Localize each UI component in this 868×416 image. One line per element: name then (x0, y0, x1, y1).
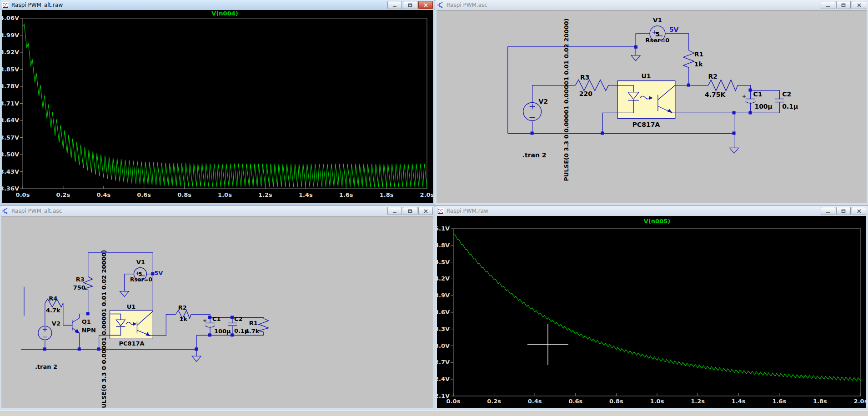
tran-directive: .tran 2 (35, 363, 57, 370)
minimize-button[interactable] (387, 1, 402, 9)
restore-button[interactable] (836, 207, 851, 215)
restore-button[interactable] (403, 207, 417, 215)
minimize-button[interactable] (821, 207, 835, 215)
r2-name-label: R2 (708, 73, 717, 80)
x-axis-tick-label: 1.0s (218, 191, 232, 198)
schematic-canvas-pwm-alt[interactable]: V1 5 Rser=0 5V R3 750 R4 4.7k (1, 216, 433, 408)
x-axis-tick-label: 0.6s (137, 191, 151, 198)
x-axis-tick-label: 1.0s (650, 398, 664, 405)
optocoupler-u1[interactable]: U1 PC817A (617, 72, 675, 129)
x-axis-tick-label: 0.8s (177, 191, 191, 198)
y-axis-tick-label: 3.85V (2, 66, 19, 73)
restore-icon (408, 209, 412, 213)
v1-name-label: V1 (653, 16, 662, 24)
plot-crosshair-cursor (527, 324, 568, 365)
schematic-window-icon (437, 2, 444, 8)
r2-name-label: R2 (178, 304, 187, 311)
minimize-button[interactable] (821, 1, 835, 9)
y-axis-tick-label: 3.43V (2, 168, 19, 175)
y-axis-tick-label: 3.36V (2, 185, 19, 192)
r3-value-label: 750 (73, 284, 85, 291)
y-axis-tick-label: 2.7V (437, 359, 450, 366)
resistor-r4[interactable]: R4 4.7k (45, 295, 63, 314)
voltage-source-v2[interactable]: V2 (38, 320, 60, 340)
titlebar[interactable]: Raspi PWM_alt.raw (0, 0, 435, 10)
c1-value-label: 100µ (214, 328, 231, 335)
y-axis-tick-label: 3.50V (2, 151, 19, 158)
x-axis-tick-label: 2.0s (854, 398, 866, 405)
capacitor-c1[interactable]: + C1 100µ (203, 316, 231, 335)
waveform-plot-vn005[interactable]: 5.1V4.8V4.5V4.2V3.9V3.6V3.3V3.0V2.7V2.4V… (437, 216, 866, 408)
resistor-r1[interactable]: R1 1k (683, 50, 703, 68)
x-axis-tick-label: 1.6s (772, 398, 786, 405)
resistor-r3[interactable]: R3 750 (73, 276, 93, 291)
v2-name-label: V2 (52, 320, 60, 327)
r4-name-label: R4 (49, 295, 57, 302)
close-button[interactable] (852, 207, 866, 215)
resistor-r3[interactable]: R3 220 (575, 74, 608, 97)
u1-part-label: PC817A (119, 340, 144, 347)
y-axis-tick-label: 3.78V (2, 83, 19, 90)
voltage-source-v1[interactable]: V1 5 Rser=0 (646, 16, 670, 44)
voltage-source-v2[interactable]: V2 (523, 98, 548, 121)
v2-name-label: V2 (539, 98, 548, 105)
window-raspi-pwm-alt-asc: Raspi PWM_alt.asc (0, 206, 435, 411)
x-axis-tick-label: 0.0s (16, 191, 30, 198)
y-axis-tick-label: 3.99V (2, 32, 19, 39)
titlebar[interactable]: Raspi PWM.raw (435, 206, 868, 216)
waveform-window-icon (2, 2, 9, 8)
close-button[interactable] (418, 1, 433, 9)
x-axis-tick-label: 0.2s (487, 398, 501, 405)
waveform-pane-vn004[interactable]: 4.06V3.99V3.92V3.85V3.78V3.71V3.64V3.57V… (2, 10, 433, 203)
v1-rser-label: Rser=0 (646, 37, 670, 44)
titlebar[interactable]: Raspi PWM_alt.asc (0, 206, 435, 216)
restore-button[interactable] (836, 1, 851, 9)
x-axis-tick-label: 0.8s (609, 398, 623, 405)
close-button[interactable] (852, 1, 866, 9)
titlebar[interactable]: Raspi PWM.asc (435, 0, 868, 10)
minimize-button[interactable] (387, 207, 402, 215)
ground-symbol[interactable] (192, 356, 201, 361)
trace-name-label: V(n005) (644, 218, 670, 225)
waveform-plot-vn004[interactable]: 4.06V3.99V3.92V3.85V3.78V3.71V3.64V3.57V… (2, 10, 433, 203)
ground-symbol[interactable] (730, 148, 739, 153)
optocoupler-u1[interactable]: U1 PC817A (110, 303, 153, 347)
ltspice-mdi-workspace: { "app": { "workspace_bg": "#6e6e6e" }, … (0, 0, 868, 416)
r2-value-label: 4.75K (705, 91, 726, 98)
plot-axes: 5.1V4.8V4.5V4.2V3.9V3.6V3.3V3.0V2.7V2.4V… (437, 225, 866, 405)
restore-button[interactable] (403, 1, 417, 9)
r3-value-label: 220 (579, 90, 592, 97)
r1-value-label: 1k (694, 60, 703, 68)
resistor-r1[interactable]: R1 4.7k (245, 318, 269, 335)
pulse-directive: PULSE(0 3.3 0 0.00001 0.00001 0.01 0.02 … (563, 19, 570, 181)
transistor-q1[interactable]: Q1 NPN (72, 318, 96, 334)
ground-symbol[interactable] (120, 291, 129, 297)
capacitor-c1[interactable]: + C1 100µ (742, 90, 773, 110)
restore-icon (408, 3, 412, 7)
x-axis-tick-label: 0.6s (568, 398, 582, 405)
schematic-canvas-pwm[interactable]: V1 5 Rser=0 5V R1 1k R3 220 (437, 10, 867, 203)
r3-name-label: R3 (580, 74, 589, 81)
x-axis-tick-label: 0.2s (56, 191, 70, 198)
y-axis-tick-label: 2.4V (437, 376, 450, 382)
resistor-r2[interactable]: R2 1k (176, 304, 191, 323)
y-axis-tick-label: 4.2V (437, 275, 450, 282)
x-axis-tick-label: 1.8s (813, 398, 827, 405)
tran-directive: .tran 2 (522, 151, 547, 159)
q1-name-label: Q1 (82, 318, 91, 325)
resistor-r2[interactable]: R2 4.75K (705, 73, 738, 98)
close-button[interactable] (418, 207, 433, 215)
x-axis-tick-label: 0.4s (528, 398, 542, 405)
x-axis-tick-label: 1.2s (258, 191, 272, 198)
v1-name-label: V1 (136, 259, 145, 266)
u1-part-label: PC817A (632, 121, 660, 128)
waveform-pane-vn005[interactable]: 5.1V4.8V4.5V4.2V3.9V3.6V3.3V3.0V2.7V2.4V… (437, 216, 866, 408)
u1-name-label: U1 (642, 72, 651, 80)
y-axis-tick-label: 3.71V (2, 100, 19, 107)
capacitor-c2[interactable]: C2 0.1µ (775, 90, 798, 110)
pulse-directive: PULSE(0 3.3 0 0.00001 0.00001 0.01 0.02 … (100, 250, 107, 408)
ground-symbol[interactable] (631, 55, 640, 61)
restore-icon (841, 3, 846, 7)
r1-name-label: R1 (694, 50, 703, 58)
voltage-source-v1[interactable]: V1 5 Rser=0 (130, 259, 152, 283)
